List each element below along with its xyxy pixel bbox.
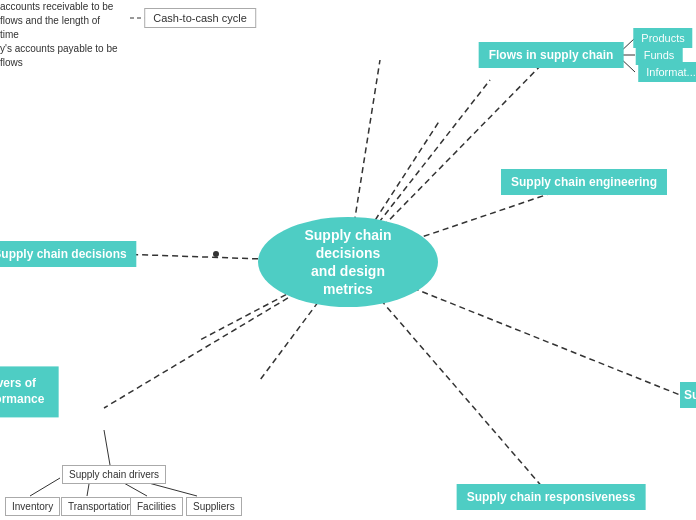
- information-label: Informat...: [638, 62, 696, 82]
- responsiveness-label: Supply chain responsiveness: [457, 484, 646, 510]
- facilities-node[interactable]: Facilities: [130, 496, 183, 516]
- decisions-node[interactable]: Supply chain decisions: [0, 241, 137, 267]
- center-node[interactable]: Supply chain decisionsand design metrics: [258, 217, 438, 307]
- engineering-node[interactable]: Supply chain engineering: [501, 169, 667, 195]
- supply-chain-drivers-node[interactable]: Supply chain drivers: [62, 464, 166, 484]
- top-left-text: accounts receivable to beflows and the l…: [0, 1, 118, 68]
- svg-line-17: [104, 430, 110, 465]
- mind-map-canvas: accounts receivable to beflows and the l…: [0, 0, 696, 520]
- cash-to-cash-label: Cash-to-cash cycle: [144, 8, 256, 28]
- decisions-label: Supply chain decisions: [0, 241, 137, 267]
- drivers-perf-label: Drivers ofperformance: [0, 376, 44, 406]
- transportation-node[interactable]: Transportation: [61, 496, 139, 516]
- supply-chain-drivers-label: Supply chain drivers: [62, 465, 166, 484]
- right-partial-label: Su...: [680, 382, 696, 408]
- right-partial-node[interactable]: Su...: [680, 382, 696, 408]
- inventory-label: Inventory: [5, 497, 60, 516]
- engineering-label: Supply chain engineering: [501, 169, 667, 195]
- responsiveness-node[interactable]: Supply chain responsiveness: [457, 484, 646, 510]
- center-label: Supply chain decisionsand design metrics: [258, 217, 438, 307]
- suppliers-label: Suppliers: [186, 497, 242, 516]
- top-left-text-box: accounts receivable to beflows and the l…: [0, 0, 120, 70]
- transportation-label: Transportation: [61, 497, 139, 516]
- inventory-node[interactable]: Inventory: [5, 496, 60, 516]
- facilities-label: Facilities: [130, 497, 183, 516]
- cash-to-cash-node[interactable]: Cash-to-cash cycle: [144, 8, 256, 28]
- drivers-perf-node[interactable]: Drivers ofperformance: [0, 366, 58, 417]
- suppliers-node[interactable]: Suppliers: [186, 496, 242, 516]
- svg-line-18: [30, 478, 60, 496]
- information-node[interactable]: Informat...: [638, 62, 696, 82]
- flows-node[interactable]: Flows in supply chain: [479, 42, 624, 68]
- svg-point-12: [213, 251, 219, 257]
- flows-label: Flows in supply chain: [479, 42, 624, 68]
